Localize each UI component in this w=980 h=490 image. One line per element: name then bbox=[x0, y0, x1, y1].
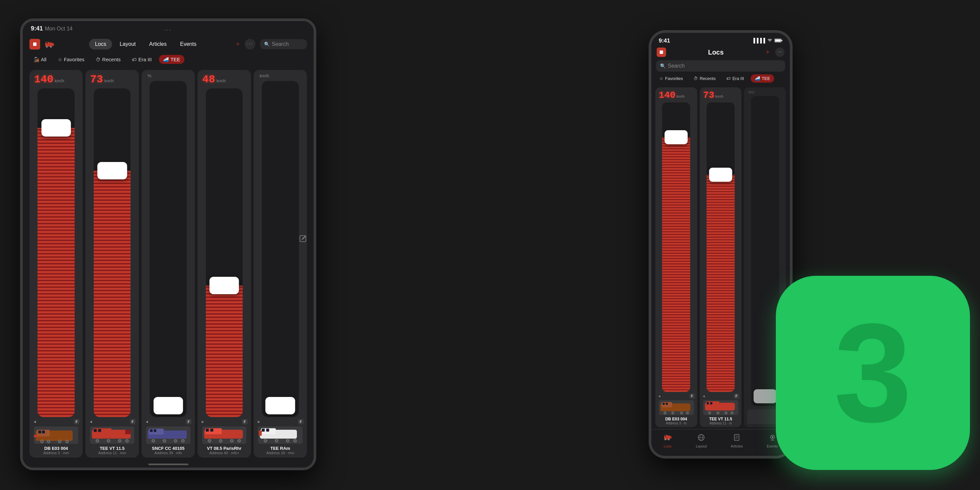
add-button[interactable]: + bbox=[236, 40, 240, 49]
loc-image-2 bbox=[90, 426, 135, 444]
iphone-tab-locs[interactable]: Locs bbox=[663, 434, 672, 448]
svg-point-14 bbox=[58, 440, 61, 443]
filter-tee[interactable]: 🚄 TEE bbox=[159, 55, 184, 64]
loc-address-1: Address 3 · mm bbox=[43, 451, 69, 455]
svg-point-60 bbox=[671, 412, 674, 414]
throttle-handle-3[interactable] bbox=[153, 397, 183, 414]
search-bar[interactable]: 🔍 Search bbox=[260, 39, 307, 49]
loc-card-tee-ram[interactable]: km/h ► F bbox=[254, 70, 307, 458]
svg-rect-43 bbox=[262, 429, 265, 432]
iphone-tab-layout[interactable]: Layout bbox=[696, 434, 707, 448]
f-badge-5[interactable]: F bbox=[298, 419, 304, 425]
reverse-btn-3[interactable]: ◄ bbox=[145, 419, 149, 425]
iphone-rev-2[interactable]: ◄ bbox=[702, 394, 706, 398]
more-options-button[interactable]: ··· bbox=[245, 39, 255, 49]
throttle-handle-4[interactable] bbox=[210, 277, 239, 294]
tab-layout-label: Layout bbox=[696, 444, 707, 448]
tab-articles[interactable]: Articles bbox=[143, 39, 173, 49]
throttle-track-4[interactable] bbox=[206, 88, 243, 417]
iphone-filter-favorites[interactable]: ☆ Favorites bbox=[655, 74, 687, 83]
events-tab-svg bbox=[769, 434, 776, 441]
filter-favorites[interactable]: ☆ Favorites bbox=[54, 55, 89, 64]
iphone-add-button[interactable]: + bbox=[766, 48, 770, 57]
tab-articles-label: Articles bbox=[731, 444, 743, 448]
loc-image-1 bbox=[34, 426, 78, 444]
iphone-device: 9:41 ▐▐▐▐ bbox=[649, 30, 792, 458]
iphone-handle-3[interactable] bbox=[753, 389, 776, 403]
iphone-f-2[interactable]: F bbox=[733, 394, 739, 399]
train-icon-button[interactable] bbox=[43, 40, 56, 49]
tab-locs[interactable]: Locs bbox=[89, 39, 113, 49]
wifi-svg bbox=[767, 38, 773, 42]
f-badge-4[interactable]: F bbox=[242, 419, 248, 425]
iphone-throttle-2[interactable] bbox=[706, 102, 735, 392]
forward-btn-4[interactable]: ► bbox=[201, 419, 205, 425]
throttle-handle-5[interactable] bbox=[266, 397, 295, 414]
iphone-loc-card-1[interactable]: 140 km/h ◄ F bbox=[655, 88, 697, 427]
filter-era3[interactable]: 🏷 Era III bbox=[128, 55, 156, 64]
throttle-track-3[interactable] bbox=[150, 81, 187, 417]
loc-card-tee-vt115[interactable]: 73 km/h ◄ F bbox=[85, 70, 138, 458]
svg-point-38 bbox=[219, 439, 222, 442]
svg-point-69 bbox=[725, 412, 727, 414]
speed-display-5: km/h bbox=[256, 73, 269, 78]
f-badge-1[interactable]: F bbox=[74, 419, 80, 425]
record-button[interactable] bbox=[29, 39, 40, 49]
tab-layout[interactable]: Layout bbox=[113, 39, 142, 49]
articles-tab-svg bbox=[733, 434, 740, 441]
iphone-handle-1[interactable] bbox=[665, 130, 688, 144]
loc-card-db-e03[interactable]: 140 km/h ◄ F bbox=[29, 70, 83, 458]
throttle-handle-2[interactable] bbox=[97, 162, 127, 180]
iphone-handle-2[interactable] bbox=[709, 168, 732, 182]
iphone-filter-recents[interactable]: ⏱ Recents bbox=[689, 74, 720, 83]
throttle-track-2[interactable] bbox=[94, 88, 131, 417]
iphone-tab-articles[interactable]: Articles bbox=[731, 434, 743, 448]
svg-point-62 bbox=[686, 412, 689, 414]
svg-point-29 bbox=[152, 439, 155, 442]
loc-name-1: DB E03 004 bbox=[44, 446, 68, 451]
throttle-handle-1[interactable] bbox=[41, 119, 71, 137]
throttle-track-1[interactable] bbox=[38, 88, 75, 417]
loc-card-sncf[interactable]: % ◄ F bbox=[142, 70, 195, 458]
search-label: Search bbox=[272, 41, 289, 47]
svg-rect-57 bbox=[662, 402, 664, 405]
iphone-fill-2 bbox=[706, 175, 735, 392]
iphone-controls-2: ◄ F bbox=[701, 392, 740, 400]
iphone-f-1[interactable]: F bbox=[689, 394, 695, 399]
iphone-rev-1[interactable]: ◄ bbox=[658, 394, 661, 398]
iphone-search[interactable]: 🔍 Search bbox=[656, 60, 785, 72]
speed-unit-2: km/h bbox=[104, 78, 114, 83]
reverse-btn-2[interactable]: ◄ bbox=[89, 419, 93, 425]
svg-rect-0 bbox=[33, 43, 37, 46]
filter-all[interactable]: 🚂 All bbox=[29, 55, 51, 64]
loc-address-2: Address 11 · mm bbox=[99, 451, 126, 455]
iphone-filter-era3[interactable]: 🏷 Era III bbox=[722, 74, 748, 83]
iphone-more-button[interactable]: ··· bbox=[775, 48, 784, 57]
loc-card-vt085[interactable]: 48 km/h ► F bbox=[197, 70, 251, 458]
throttle-track-5[interactable] bbox=[262, 81, 299, 417]
f-badge-2[interactable]: F bbox=[130, 419, 135, 425]
iphone-filter-tee[interactable]: 🚄 TEE bbox=[751, 74, 774, 83]
iphone-loc-card-2[interactable]: 73 km/h ◄ F bbox=[700, 88, 742, 427]
svg-rect-19 bbox=[98, 429, 101, 432]
filter-bar: 🚂 All ☆ Favorites ⏱ Recents 🏷 Era III 🚄 … bbox=[23, 52, 313, 67]
filter-recents[interactable]: ⏱ Recents bbox=[92, 55, 124, 64]
f-badge-3[interactable]: F bbox=[186, 419, 191, 425]
loc-image-5 bbox=[258, 426, 302, 444]
tab-events[interactable]: Events bbox=[174, 39, 202, 49]
edit-icon[interactable] bbox=[299, 235, 307, 244]
iphone-throttle-3[interactable] bbox=[751, 96, 779, 406]
forward-btn-5[interactable]: ► bbox=[257, 419, 261, 425]
iphone-status-icons: ▐▐▐▐ bbox=[752, 38, 783, 44]
iphone-loco-1 bbox=[659, 400, 694, 415]
iphone-record-btn[interactable] bbox=[657, 48, 666, 57]
iphone-throttle-1[interactable] bbox=[662, 102, 690, 392]
train-icon bbox=[45, 40, 54, 48]
svg-line-86 bbox=[771, 440, 773, 441]
reverse-btn-1[interactable]: ◄ bbox=[33, 419, 37, 425]
speed-unit-4: km/h bbox=[216, 78, 226, 83]
recents-icon: ⏱ bbox=[96, 57, 100, 62]
speed-value-2: 73 bbox=[90, 73, 103, 86]
svg-rect-35 bbox=[206, 429, 209, 432]
iphone-speed-3: km/ bbox=[745, 90, 754, 94]
